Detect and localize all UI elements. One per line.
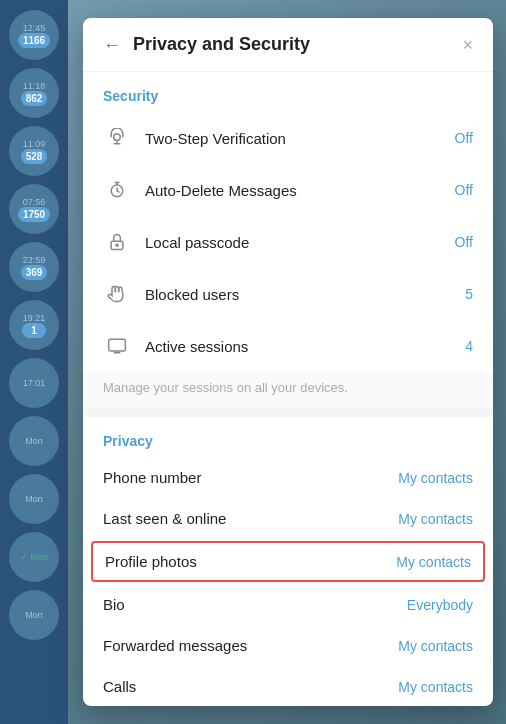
forwarded-messages-item[interactable]: Forwarded messages My contacts [83, 625, 493, 666]
profile-photos-item[interactable]: Profile photos My contacts [91, 541, 485, 582]
phone-number-label: Phone number [103, 469, 398, 486]
chat-badge: 528 [21, 149, 48, 164]
two-step-label: Two-Step Verification [145, 130, 455, 147]
last-seen-value: My contacts [398, 511, 473, 527]
dialog-body: Security Two-Step Verification Off [83, 72, 493, 706]
chat-time: 23:59 [23, 255, 46, 265]
close-button[interactable]: × [462, 36, 473, 54]
list-item[interactable]: ✓ Mon [9, 532, 59, 582]
chat-time: Mon [25, 494, 43, 504]
bio-item[interactable]: Bio Everybody [83, 584, 493, 625]
list-item[interactable]: 07:56 1750 [9, 184, 59, 234]
list-item[interactable]: Mon [9, 416, 59, 466]
phone-number-item[interactable]: Phone number My contacts [83, 457, 493, 498]
blocked-users-item[interactable]: Blocked users 5 [83, 268, 493, 320]
forwarded-messages-value: My contacts [398, 638, 473, 654]
chat-time: Mon [25, 610, 43, 620]
lock-key-icon [103, 124, 131, 152]
hand-icon [103, 280, 131, 308]
chat-time: 11:09 [23, 139, 46, 149]
bio-label: Bio [103, 596, 407, 613]
security-section-header: Security [83, 72, 493, 112]
blocked-users-value: 5 [465, 286, 473, 302]
dialog-title: Privacy and Security [133, 34, 462, 55]
chat-time: Mon [25, 436, 43, 446]
privacy-section-header: Privacy [83, 417, 493, 457]
active-sessions-value: 4 [465, 338, 473, 354]
auto-delete-value: Off [455, 182, 473, 198]
last-seen-label: Last seen & online [103, 510, 398, 527]
phone-number-value: My contacts [398, 470, 473, 486]
two-step-value: Off [455, 130, 473, 146]
last-seen-item[interactable]: Last seen & online My contacts [83, 498, 493, 539]
profile-photos-label: Profile photos [105, 553, 396, 570]
local-passcode-value: Off [455, 234, 473, 250]
privacy-security-dialog: ← Privacy and Security × Security Two-St… [83, 18, 493, 706]
calls-value: My contacts [398, 679, 473, 695]
chat-badge: 862 [21, 91, 48, 106]
timer-icon [103, 176, 131, 204]
back-button[interactable]: ← [103, 36, 121, 54]
svg-rect-4 [109, 339, 126, 351]
active-sessions-label: Active sessions [145, 338, 465, 355]
chat-time: 07:56 [23, 197, 46, 207]
profile-photos-value: My contacts [396, 554, 471, 570]
calls-label: Calls [103, 678, 398, 695]
chat-badge: 1750 [18, 207, 50, 222]
bio-value: Everybody [407, 597, 473, 613]
list-item[interactable]: Mon [9, 590, 59, 640]
auto-delete-item[interactable]: Auto-Delete Messages Off [83, 164, 493, 216]
list-item[interactable]: 17:01 [9, 358, 59, 408]
svg-point-3 [116, 244, 118, 246]
sidebar: 12:45 1166 11:18 862 11:09 528 07:56 175… [0, 0, 68, 724]
dialog-header: ← Privacy and Security × [83, 18, 493, 72]
list-item[interactable]: 11:09 528 [9, 126, 59, 176]
chat-time: 12:45 [23, 23, 46, 33]
list-item[interactable]: Mon [9, 474, 59, 524]
active-sessions-item[interactable]: Active sessions 4 [83, 320, 493, 372]
chat-badge: 369 [21, 265, 48, 280]
auto-delete-label: Auto-Delete Messages [145, 182, 455, 199]
local-passcode-label: Local passcode [145, 234, 455, 251]
forwarded-messages-label: Forwarded messages [103, 637, 398, 654]
two-step-verification-item[interactable]: Two-Step Verification Off [83, 112, 493, 164]
list-item[interactable]: 23:59 369 [9, 242, 59, 292]
chat-time: 11:18 [23, 81, 46, 91]
list-item[interactable]: 12:45 1166 [9, 10, 59, 60]
sessions-info: Manage your sessions on all your devices… [83, 372, 493, 409]
chat-time: ✓ Mon [20, 552, 48, 562]
chat-time: 19:21 [23, 313, 46, 323]
monitor-icon [103, 332, 131, 360]
chat-badge: 1166 [18, 33, 50, 48]
calls-item[interactable]: Calls My contacts [83, 666, 493, 706]
list-item[interactable]: 19:21 1 [9, 300, 59, 350]
lock-icon [103, 228, 131, 256]
chat-badge: 1 [22, 323, 46, 338]
svg-point-0 [114, 134, 121, 141]
chat-time: 17:01 [23, 378, 46, 388]
local-passcode-item[interactable]: Local passcode Off [83, 216, 493, 268]
list-item[interactable]: 11:18 862 [9, 68, 59, 118]
blocked-users-label: Blocked users [145, 286, 465, 303]
section-divider [83, 409, 493, 417]
